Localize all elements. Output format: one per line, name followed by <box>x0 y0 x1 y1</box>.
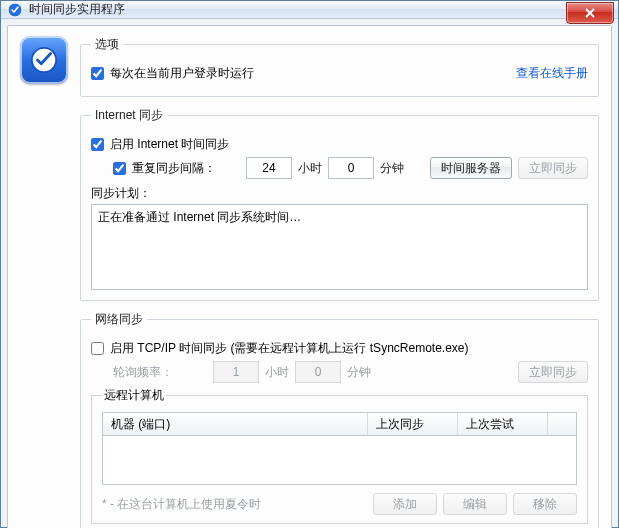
run-on-login-checkbox[interactable] <box>91 67 104 80</box>
internet-hours-input[interactable]: 24 <box>246 157 292 179</box>
poll-frequency-label: 轮询频率： <box>113 364 173 381</box>
online-manual-link[interactable]: 查看在线手册 <box>516 65 588 82</box>
internet-hours-unit: 小时 <box>298 160 322 177</box>
enable-tcpip-checkbox-label[interactable]: 启用 TCP/IP 时间同步 (需要在远程计算机上运行 tSyncRemote.… <box>91 340 469 357</box>
run-on-login-text: 每次在当前用户登录时运行 <box>110 65 254 82</box>
internet-minutes-unit: 分钟 <box>380 160 404 177</box>
remote-table-header: 机器 (端口) 上次同步 上次尝试 <box>102 412 577 436</box>
internet-minutes-input[interactable]: 0 <box>328 157 374 179</box>
run-on-login-checkbox-label[interactable]: 每次在当前用户登录时运行 <box>91 65 254 82</box>
network-sync-legend: 网络同步 <box>91 311 147 328</box>
enable-internet-sync-checkbox[interactable] <box>91 138 104 151</box>
remove-button: 移除 <box>513 493 577 515</box>
repeat-interval-checkbox-label[interactable]: 重复同步间隔： <box>113 160 216 177</box>
internet-sync-group: Internet 同步 启用 Internet 时间同步 重复同步间隔： <box>80 107 599 301</box>
network-sync-now-button: 立即同步 <box>518 361 588 383</box>
close-button[interactable] <box>566 2 614 24</box>
sync-plan-text: 正在准备通过 Internet 同步系统时间… <box>98 210 301 224</box>
options-legend: 选项 <box>91 36 123 53</box>
remote-computers-group: 远程计算机 机器 (端口) 上次同步 上次尝试 * - 在这台计算机上使用夏令时 <box>91 387 588 524</box>
col-last-try[interactable]: 上次尝试 <box>458 413 548 435</box>
titlebar: 时间同步实用程序 <box>1 1 618 19</box>
network-hours-unit: 小时 <box>265 364 289 381</box>
network-sync-group: 网络同步 启用 TCP/IP 时间同步 (需要在远程计算机上运行 tSyncRe… <box>80 311 599 528</box>
col-spacer <box>548 413 576 435</box>
remote-table-body[interactable] <box>102 436 577 485</box>
window: 时间同步实用程序 选项 <box>0 0 619 528</box>
inner-panel: 选项 每次在当前用户登录时运行 查看在线手册 Internet 同步 <box>7 25 612 528</box>
enable-internet-sync-text: 启用 Internet 时间同步 <box>110 136 229 153</box>
network-minutes-unit: 分钟 <box>347 364 371 381</box>
col-last-sync[interactable]: 上次同步 <box>368 413 458 435</box>
options-group: 选项 每次在当前用户登录时运行 查看在线手册 <box>80 36 599 97</box>
sync-plan-label: 同步计划： <box>91 185 588 202</box>
enable-tcpip-checkbox[interactable] <box>91 342 104 355</box>
remote-computers-legend: 远程计算机 <box>102 387 166 404</box>
enable-internet-sync-checkbox-label[interactable]: 启用 Internet 时间同步 <box>91 136 229 153</box>
internet-sync-legend: Internet 同步 <box>91 107 167 124</box>
app-icon <box>20 36 68 84</box>
client-area: 选项 每次在当前用户登录时运行 查看在线手册 Internet 同步 <box>1 19 618 528</box>
app-small-icon <box>7 2 23 18</box>
internet-sync-now-button[interactable]: 立即同步 <box>518 157 588 179</box>
col-machine[interactable]: 机器 (端口) <box>103 413 368 435</box>
repeat-interval-checkbox[interactable] <box>113 162 126 175</box>
enable-tcpip-text: 启用 TCP/IP 时间同步 (需要在远程计算机上运行 tSyncRemote.… <box>110 340 469 357</box>
dst-hint: * - 在这台计算机上使用夏令时 <box>102 496 261 513</box>
time-servers-button[interactable]: 时间服务器 <box>430 157 512 179</box>
add-button: 添加 <box>373 493 437 515</box>
sync-plan-box: 正在准备通过 Internet 同步系统时间… <box>91 204 588 290</box>
window-title: 时间同步实用程序 <box>29 1 125 18</box>
network-minutes-input: 0 <box>295 361 341 383</box>
edit-button: 编辑 <box>443 493 507 515</box>
repeat-interval-text: 重复同步间隔： <box>132 160 216 177</box>
network-hours-input: 1 <box>213 361 259 383</box>
